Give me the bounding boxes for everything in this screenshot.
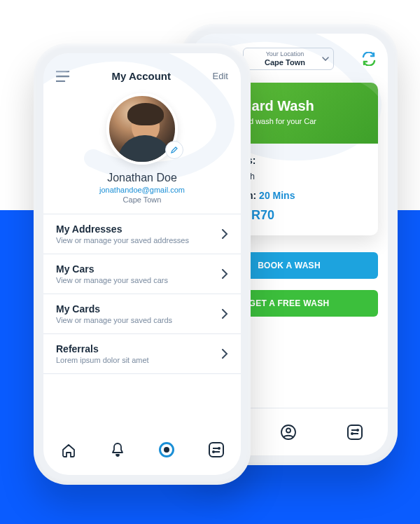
price-value: R70: [251, 208, 274, 222]
phone-front: My Account Edit Jonathan Doe jonathandoe…: [34, 43, 251, 485]
edit-avatar-button[interactable]: [165, 141, 183, 159]
location-selector[interactable]: Your Location Cape Town: [243, 48, 334, 70]
chevron-right-icon: [221, 349, 228, 359]
chevron-right-icon: [221, 229, 228, 239]
row-title: My Cards: [56, 303, 172, 315]
profile-location: Cape Town: [123, 195, 162, 204]
row-addresses[interactable]: My Addresses View or manage your saved a…: [43, 214, 241, 254]
front-header: My Account Edit: [43, 53, 241, 86]
location-value: Cape Town: [265, 58, 305, 67]
tab-settings[interactable]: [343, 420, 367, 444]
row-referrals[interactable]: Referrals Lorem ipsum dolor sit amet: [43, 334, 241, 374]
screen-front: My Account Edit Jonathan Doe jonathandoe…: [43, 53, 241, 475]
profile-section: Jonathan Doe jonathandoe@gmail.com Cape …: [43, 86, 241, 214]
account-menu: My Addresses View or manage your saved a…: [43, 214, 241, 374]
tab-settings[interactable]: [204, 438, 228, 462]
row-title: Referrals: [56, 343, 149, 354]
tab-account-active[interactable]: [155, 438, 178, 462]
account-active-icon: [159, 442, 174, 457]
refresh-icon[interactable]: [361, 52, 377, 66]
row-subtitle: Lorem ipsum dolor sit amet: [56, 356, 149, 364]
row-title: My Cars: [56, 263, 168, 275]
row-subtitle: View or manage your saved cards: [56, 316, 172, 324]
pencil-icon: [170, 146, 178, 154]
chevron-right-icon: [221, 269, 228, 279]
sliders-icon: [209, 442, 224, 457]
edit-button[interactable]: Edit: [213, 71, 228, 81]
page-title: My Account: [112, 70, 171, 82]
avatar-wrap: [106, 93, 178, 165]
bell-icon: [111, 442, 125, 457]
location-label: Your Location: [266, 51, 304, 58]
row-cars[interactable]: My Cars View or manage your saved cars: [43, 254, 241, 294]
duration-value: 20 Mins: [259, 190, 295, 201]
tab-profile[interactable]: [276, 420, 300, 444]
chevron-down-icon: [322, 55, 329, 62]
chevron-right-icon: [221, 309, 228, 319]
row-subtitle: View or manage your saved cars: [56, 276, 168, 284]
profile-email: jonathandoe@gmail.com: [99, 186, 185, 194]
row-cards[interactable]: My Cards View or manage your saved cards: [43, 294, 241, 334]
sliders-icon: [347, 425, 363, 440]
profile-name: Jonathan Doe: [107, 172, 177, 184]
svg-point-1: [286, 428, 290, 432]
front-tabbar: [43, 425, 241, 475]
home-icon: [61, 442, 76, 457]
row-title: My Addresses: [56, 223, 189, 235]
menu-icon[interactable]: [56, 71, 70, 82]
tab-home[interactable]: [57, 438, 80, 462]
row-subtitle: View or manage your saved addresses: [56, 236, 189, 244]
tab-notifications[interactable]: [106, 438, 129, 462]
